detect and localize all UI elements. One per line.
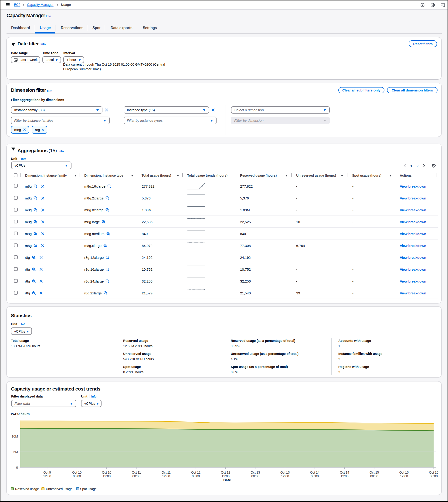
svg-text:12:00: 12:00 (103, 474, 111, 478)
svg-text:Oct 14: Oct 14 (340, 471, 349, 474)
svg-text:12:00: 12:00 (340, 474, 348, 478)
svg-text:00:00: 00:00 (370, 474, 378, 478)
svg-text:12:00: 12:00 (400, 474, 408, 478)
svg-text:00:00: 00:00 (132, 474, 140, 478)
svg-text:00:00: 00:00 (251, 474, 259, 478)
svg-text:12:00: 12:00 (43, 474, 51, 478)
svg-text:Oct 10: Oct 10 (72, 471, 81, 474)
svg-text:Oct 15: Oct 15 (369, 471, 379, 474)
svg-text:0: 0 (16, 466, 18, 470)
svg-text:Oct 14: Oct 14 (310, 471, 320, 474)
svg-text:Oct 13: Oct 13 (280, 471, 290, 474)
svg-text:Oct 9: Oct 9 (43, 471, 51, 474)
svg-text:Oct 12: Oct 12 (221, 471, 230, 474)
svg-text:Oct 16: Oct 16 (429, 471, 438, 474)
svg-text:Oct 10: Oct 10 (102, 471, 111, 474)
svg-text:12:00: 12:00 (222, 474, 230, 478)
svg-text:12:00: 12:00 (162, 474, 170, 478)
svg-text:12:00: 12:00 (281, 474, 289, 478)
svg-text:Oct 13: Oct 13 (251, 471, 260, 474)
svg-text:00:00: 00:00 (311, 474, 319, 478)
svg-text:00:00: 00:00 (73, 474, 81, 478)
svg-text:00:00: 00:00 (430, 474, 437, 478)
svg-text:Oct 11: Oct 11 (132, 471, 141, 474)
svg-text:Oct 11: Oct 11 (161, 471, 171, 474)
svg-text:10M: 10M (12, 435, 18, 438)
svg-text:Oct 15: Oct 15 (399, 471, 409, 474)
svg-text:Oct 12: Oct 12 (191, 471, 200, 474)
svg-text:5M: 5M (14, 450, 18, 454)
svg-text:00:00: 00:00 (192, 474, 200, 478)
